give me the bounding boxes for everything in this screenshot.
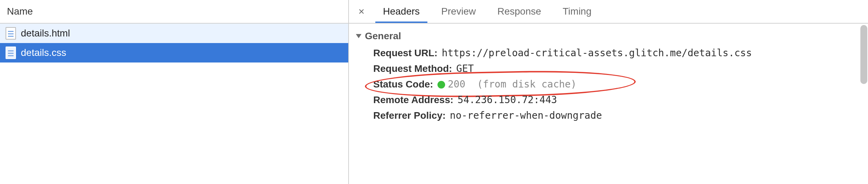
tab-headers[interactable]: Headers xyxy=(375,0,427,23)
row-status-code: Status Code: 200 (from disk cache) xyxy=(349,76,868,92)
tab-label: Response xyxy=(497,6,541,17)
tab-response[interactable]: Response xyxy=(490,0,549,23)
row-referrer-policy: Referrer Policy: no-referrer-when-downgr… xyxy=(349,108,868,123)
name-column-header: Name xyxy=(7,6,33,17)
request-list-header[interactable]: Name xyxy=(0,0,348,24)
request-row[interactable]: details.html xyxy=(0,24,348,43)
request-detail-pane: × Headers Preview Response Timing Genera… xyxy=(349,0,868,184)
close-detail-button[interactable]: × xyxy=(354,4,369,19)
file-icon xyxy=(6,47,16,59)
kv-value: https://preload-critical-assets.glitch.m… xyxy=(442,47,752,59)
request-name: details.css xyxy=(21,47,66,58)
kv-label: Request URL: xyxy=(373,48,437,59)
tab-label: Timing xyxy=(563,6,592,17)
file-icon xyxy=(6,27,16,40)
request-list: details.html details.css xyxy=(0,24,348,184)
general-section-header[interactable]: General xyxy=(349,28,868,45)
status-dot-icon xyxy=(437,81,445,89)
devtools-network-panel: Name details.html details.css × Headers … xyxy=(0,0,868,184)
tab-preview[interactable]: Preview xyxy=(434,0,484,23)
kv-value: 200 (from disk cache) xyxy=(437,78,577,90)
status-code-number: 200 xyxy=(448,78,466,90)
row-request-url: Request URL: https://preload-critical-as… xyxy=(349,45,868,61)
headers-content: General Request URL: https://preload-cri… xyxy=(349,24,868,184)
row-remote-address: Remote Address: 54.236.150.72:443 xyxy=(349,92,868,108)
tab-timing[interactable]: Timing xyxy=(555,0,599,23)
request-name: details.html xyxy=(21,28,70,39)
request-row[interactable]: details.css xyxy=(0,43,348,62)
row-request-method: Request Method: GET xyxy=(349,61,868,76)
request-list-pane: Name details.html details.css xyxy=(0,0,349,184)
kv-label: Referrer Policy: xyxy=(373,110,446,121)
disclosure-triangle-icon xyxy=(356,34,361,38)
kv-value: 54.236.150.72:443 xyxy=(458,94,557,106)
section-title: General xyxy=(365,31,401,42)
tab-label: Headers xyxy=(383,6,420,17)
kv-label: Request Method: xyxy=(373,63,452,74)
kv-value: no-referrer-when-downgrade xyxy=(450,110,602,121)
status-code-note: (from disk cache) xyxy=(477,78,577,90)
kv-label: Remote Address: xyxy=(373,94,453,106)
close-icon: × xyxy=(358,6,365,17)
tab-label: Preview xyxy=(441,6,476,17)
detail-tabbar: × Headers Preview Response Timing xyxy=(349,0,868,24)
kv-label: Status Code: xyxy=(373,79,433,90)
kv-value: GET xyxy=(456,63,474,74)
